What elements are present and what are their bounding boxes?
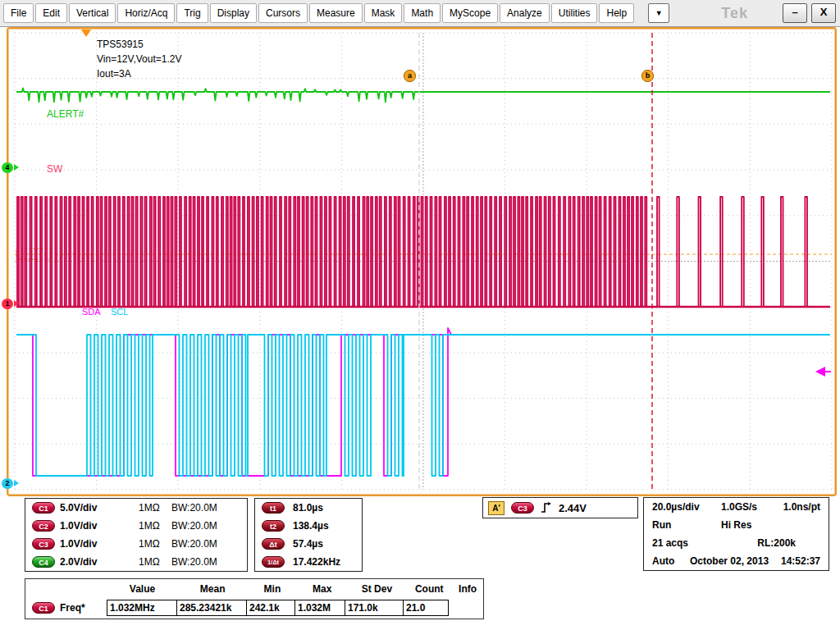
menu-item-help[interactable]: Help	[599, 3, 634, 23]
menu-item-trig[interactable]: Trig	[176, 3, 208, 23]
tek-logo: Tek	[721, 5, 748, 22]
trigger-a-icon: A'	[488, 501, 504, 515]
measurement-header-row: Value Mean Min Max St Dev Count Info	[25, 579, 483, 599]
ch2-scale: 1.0V/div	[60, 520, 139, 532]
cursor-a-handle[interactable]: a	[404, 70, 416, 82]
annotation-conditions: Vin=12V,Vout=1.2V	[97, 53, 181, 65]
vertical-readout-panel: C1 5.0V/div 1MΩ BW:20.0M C2 1.0V/div 1MΩ…	[25, 498, 248, 572]
acq-mode: Hi Res	[721, 519, 751, 531]
meas-value-cell: 1.032MHz	[107, 600, 177, 616]
trace-label-scl: SCL	[111, 307, 128, 317]
header-min: Min	[248, 583, 297, 595]
ch3-bandwidth: BW:20.0M	[171, 538, 217, 550]
menu-item-file[interactable]: File	[3, 3, 34, 23]
ch4-scale: 2.0V/div	[60, 556, 139, 568]
ch4-arrow-icon	[14, 164, 19, 171]
acq-row-timebase: 20.0µs/div 1.0GS/s 1.0ns/pt	[644, 498, 829, 516]
trace-label-sw: SW	[47, 163, 62, 175]
menu-item-horiz-acq[interactable]: Horiz/Acq	[117, 3, 175, 23]
scope-display	[7, 27, 837, 496]
cursor-t2-row: t2 138.4µs	[255, 517, 362, 535]
t1-badge: t1	[262, 502, 285, 514]
meas-mean-cell: 285.23421k	[176, 600, 247, 616]
trace-label-sda: SDA	[82, 307, 101, 317]
ch3-readout-row: C3 1.0V/div 1MΩ BW:20.0M	[25, 535, 247, 553]
acq-row-state: Run Hi Res	[644, 516, 829, 534]
cursor-b-handle[interactable]: b	[641, 70, 654, 82]
inv-delta-t-value: 17.422kHz	[293, 556, 340, 568]
t2-value: 138.4µs	[293, 520, 329, 532]
trace-label-alert: ALERT#	[47, 108, 84, 120]
annotation-load: Iout=3A	[97, 68, 131, 80]
trigger-level-value: 2.44V	[559, 502, 587, 514]
menu-item-edit[interactable]: Edit	[35, 3, 67, 23]
ch2-readout-row: C2 1.0V/div 1MΩ BW:20.0M	[25, 517, 247, 535]
ch1-position-marker[interactable]: 1	[2, 299, 13, 309]
ch1-arrow-icon	[14, 300, 19, 307]
time-value: 14:52:37	[781, 555, 820, 567]
cursor-dt-row: Δt 57.4µs	[255, 535, 362, 553]
meas-source-badge[interactable]: C1	[32, 602, 55, 614]
ch4-readout-row: C4 2.0V/div 1MΩ BW:20.0M	[25, 553, 247, 571]
meas-max-cell: 1.032M	[294, 600, 345, 616]
meas-count-cell: 21.0	[403, 600, 449, 616]
ch1-readout-row: C1 5.0V/div 1MΩ BW:20.0M	[25, 499, 247, 517]
chevron-down-icon[interactable]: ▼	[648, 3, 669, 23]
header-info: Info	[452, 583, 483, 595]
menu-item-analyze[interactable]: Analyze	[500, 3, 550, 23]
menu-item-measure[interactable]: Measure	[309, 3, 363, 23]
measurement-table: Value Mean Min Max St Dev Count Info C1 …	[25, 578, 484, 619]
t2-badge: t2	[262, 520, 285, 532]
trigger-source-badge[interactable]: C3	[511, 502, 534, 514]
ch2-badge[interactable]: C2	[32, 520, 55, 532]
trigger-position-icon[interactable]	[81, 30, 91, 37]
ch3-scale: 1.0V/div	[60, 538, 139, 550]
inv-delta-t-badge: 1/Δt	[262, 556, 285, 568]
ch2-bandwidth: BW:20.0M	[171, 520, 217, 532]
menu-item-cursors[interactable]: Cursors	[258, 3, 308, 23]
ch2-arrow-icon	[14, 480, 19, 486]
ch1-scale: 5.0V/div	[60, 502, 139, 514]
ch1-badge[interactable]: C1	[32, 502, 55, 514]
header-mean: Mean	[177, 583, 248, 595]
t1-value: 81.0µs	[293, 502, 323, 514]
menu-item-utilities[interactable]: Utilities	[551, 3, 598, 23]
acq-count: 21 acqs	[652, 537, 688, 549]
measurement-source-cell: C1 Freq*	[25, 602, 107, 614]
acq-row-count: 21 acqs RL:200k	[644, 534, 829, 552]
ch2-position-marker[interactable]: 2	[2, 478, 13, 489]
ch4-bandwidth: BW:20.0M	[171, 556, 217, 568]
header-value: Value	[107, 583, 178, 595]
ch4-badge[interactable]: C4	[32, 556, 55, 568]
menu-item-mask[interactable]: Mask	[364, 3, 403, 23]
header-count: Count	[406, 583, 452, 595]
menu-item-vertical[interactable]: Vertical	[69, 3, 116, 23]
meas-name: Freq*	[60, 602, 85, 614]
delta-t-badge: Δt	[262, 538, 285, 550]
menu-bar: File Edit Vertical Horiz/Acq Trig Displa…	[0, 0, 840, 27]
trigger-readout-panel: A' C3 2.44V	[482, 497, 638, 518]
close-button[interactable]: X	[811, 3, 836, 23]
delta-t-value: 57.4µs	[293, 538, 323, 550]
menu-item-myscope[interactable]: MyScope	[442, 3, 498, 23]
menu-item-math[interactable]: Math	[404, 3, 441, 23]
cursor-readout-panel: t1 81.0µs t2 138.4µs Δt 57.4µs 1/Δt 17.4…	[254, 498, 363, 572]
cursor-t1-row: t1 81.0µs	[255, 499, 362, 517]
record-length: RL:200k	[757, 537, 796, 549]
header-stdev: St Dev	[348, 583, 407, 595]
ch4-position-marker[interactable]: 4	[2, 162, 13, 173]
ch3-impedance: 1MΩ	[139, 538, 170, 550]
minimize-button[interactable]: –	[783, 3, 807, 23]
resolution-value: 1.0ns/pt	[783, 501, 820, 513]
ch3-badge[interactable]: C3	[32, 538, 55, 550]
cursor-freq-row: 1/Δt 17.422kHz	[255, 553, 362, 571]
ch4-impedance: 1MΩ	[139, 556, 170, 568]
menu-item-display[interactable]: Display	[210, 3, 257, 23]
measurement-data-row: C1 Freq* 1.032MHz 285.23421k 242.1k 1.03…	[25, 599, 483, 617]
edge-slope-icon	[541, 501, 552, 514]
ch1-impedance: 1MΩ	[139, 502, 170, 514]
meas-stdev-cell: 171.0k	[345, 600, 404, 616]
timebase-value: 20.0µs/div	[652, 501, 721, 513]
ch1-bandwidth: BW:20.0M	[171, 502, 217, 514]
annotation-device: TPS53915	[97, 39, 144, 50]
